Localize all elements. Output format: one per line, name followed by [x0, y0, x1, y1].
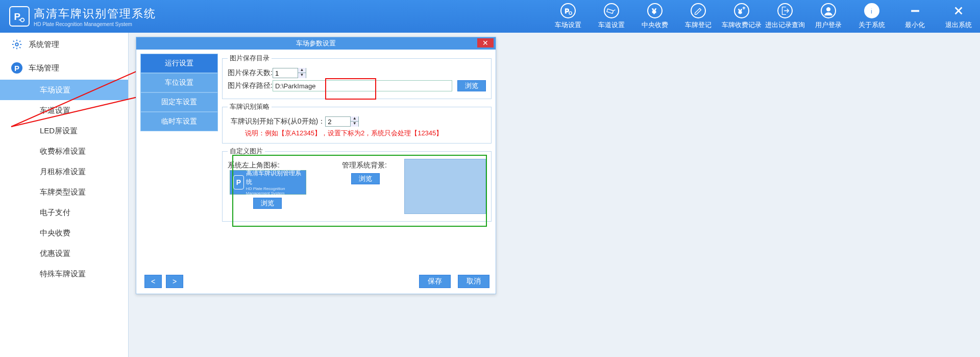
tb-about[interactable]: i 关于系统: [850, 0, 893, 33]
group-custom-images: 自定义图片 系统左上角图标: P 高清车牌识别管理系统 HD Plate Rec…: [222, 147, 492, 222]
svg-point-1: [20, 18, 24, 22]
path-value: D:\ParkImage: [275, 82, 315, 90]
tb-plate-register[interactable]: 车牌登记: [676, 0, 720, 33]
label: 车场设置: [555, 20, 581, 30]
park-icon: P: [560, 3, 576, 18]
tb-fee-record[interactable]: ¥+ 车牌收费记录: [720, 0, 763, 33]
user-icon: [821, 3, 836, 18]
label: 固定车设置: [161, 98, 197, 107]
label: 中央收费: [642, 20, 668, 30]
spin-down-icon[interactable]: ▼: [298, 73, 306, 78]
sidebar-item-lane-settings[interactable]: 车道设置: [0, 100, 128, 121]
tb-central-fee[interactable]: ¥ 中央收费: [633, 0, 676, 33]
idx-description: 说明：例如【京A12345】，设置下标为2，系统只会处理【12345】: [245, 129, 486, 138]
cancel-button[interactable]: 取消: [458, 275, 489, 288]
minimize-icon: [908, 3, 923, 18]
svg-point-10: [15, 43, 18, 46]
label: 车牌收费记录: [722, 20, 762, 30]
exit-icon: [777, 3, 793, 18]
label: 浏览: [359, 174, 372, 183]
label: 车场设置: [40, 85, 70, 95]
idx-value[interactable]: [326, 118, 350, 126]
legend: 图片保存目录: [228, 54, 272, 63]
legend: 自定义图片: [228, 147, 265, 156]
prev-button[interactable]: <: [144, 275, 162, 288]
group-recognition: 车牌识别策略 车牌识别开始下标(从0开始)： ▲▼ 说明：例如【京A12345】…: [222, 102, 492, 144]
tab-fixed-car[interactable]: 固定车设置: [140, 92, 218, 112]
sidebar-item-plate-type[interactable]: 车牌类型设置: [0, 182, 128, 202]
tb-minimize[interactable]: 最小化: [893, 0, 937, 33]
dialog-title-bar: 车场参数设置 ✕: [136, 37, 496, 50]
label: 车道设置: [598, 20, 625, 30]
svg-text:+: +: [742, 6, 745, 11]
app-subtitle: HD Plate Recognition Management System: [34, 21, 156, 27]
svg-text:¥: ¥: [652, 7, 656, 15]
sidebar-item-discount[interactable]: 优惠设置: [0, 243, 128, 264]
logo-preview: P 高清车牌识别管理系统 HD Plate Recognition Manage…: [230, 170, 306, 195]
days-value[interactable]: [273, 69, 298, 77]
days-label: 图片保存天数:: [228, 68, 273, 78]
label: 车位设置: [165, 78, 193, 87]
svg-point-7: [826, 8, 830, 11]
label: 退出系统: [945, 20, 972, 30]
sidebar-sec-system[interactable]: 系统管理: [0, 33, 128, 56]
path-label: 图片保存路径:: [228, 81, 273, 90]
sidebar-item-month-std[interactable]: 月租标准设置: [0, 161, 128, 182]
app-header: P 高清车牌识别管理系统 HD Plate Recognition Manage…: [0, 0, 980, 33]
tab-slot-settings[interactable]: 车位设置: [140, 73, 218, 92]
label: 浏览: [261, 199, 274, 208]
label: 车牌登记: [685, 20, 712, 30]
label: >: [173, 277, 177, 285]
label: 浏览: [465, 81, 478, 90]
sidebar-item-led[interactable]: LED屏设置: [0, 121, 128, 141]
tb-lane-settings[interactable]: 车道设置: [590, 0, 633, 33]
gear-icon: [11, 39, 22, 50]
sidebar-item-central-fee[interactable]: 中央收费: [0, 223, 128, 243]
svg-point-3: [569, 12, 572, 15]
dialog-right-panel: 图片保存目录 图片保存天数: ▲▼ 图片保存路径: D:\ParkImage: [222, 54, 492, 269]
app-logo-icon: P: [9, 6, 30, 27]
sidebar: 系统管理 P 车场管理 车场设置 车道设置 LED屏设置 收费标准设置 月租标准…: [0, 33, 129, 357]
label: 取消: [467, 277, 481, 286]
sidebar-item-special-plate[interactable]: 特殊车牌设置: [0, 264, 128, 284]
dialog-footer: < > 保存 取消: [136, 273, 496, 294]
browse-bg-button[interactable]: 浏览: [351, 173, 380, 184]
sidebar-item-fee-std[interactable]: 收费标准设置: [0, 141, 128, 161]
tb-exit[interactable]: 退出系统: [937, 0, 980, 33]
tb-inout-query[interactable]: 进出记录查询: [763, 0, 806, 33]
save-button[interactable]: 保存: [419, 275, 451, 288]
sidebar-item-park-settings[interactable]: 车场设置: [0, 80, 128, 100]
right-label: 管理系统背景:: [342, 161, 387, 170]
label: 保存: [428, 277, 442, 286]
tb-park-settings[interactable]: P 车场设置: [546, 0, 590, 33]
spin-down-icon[interactable]: ▼: [350, 122, 358, 127]
tab-temp-car[interactable]: 临时车设置: [140, 112, 218, 131]
days-input[interactable]: ▲▼: [273, 68, 306, 78]
yen-plus-icon: ¥+: [734, 3, 749, 18]
label: 运行设置: [165, 59, 193, 68]
sidebar-item-epay[interactable]: 电子支付: [0, 202, 128, 223]
dialog-close-button[interactable]: ✕: [477, 38, 494, 47]
tb-user-login[interactable]: 用户登录: [806, 0, 850, 33]
path-input[interactable]: D:\ParkImage: [273, 80, 452, 91]
dialog-title: 车场参数设置: [296, 39, 336, 48]
browse-path-button[interactable]: 浏览: [457, 80, 486, 91]
next-button[interactable]: >: [166, 275, 183, 288]
yen-icon: ¥: [647, 3, 663, 18]
mini-sub: HD Plate Recognition Management System: [246, 186, 303, 196]
label: 车场管理: [29, 63, 59, 73]
park-settings-dialog: 车场参数设置 ✕ 运行设置 车位设置 固定车设置 临时车设置 图片保存目录: [136, 37, 496, 294]
browse-logo-button[interactable]: 浏览: [253, 198, 282, 209]
label: 关于系统: [859, 20, 885, 30]
tab-run-settings[interactable]: 运行设置: [140, 54, 218, 73]
label: 车道设置: [40, 106, 70, 115]
dialog-tabs: 运行设置 车位设置 固定车设置 临时车设置: [140, 54, 218, 269]
mini-title: 高清车牌识别管理系统: [246, 169, 303, 186]
idx-input[interactable]: ▲▼: [325, 116, 359, 127]
label: 最小化: [905, 20, 925, 30]
label: 用户登录: [815, 20, 842, 30]
app-logo-box: P 高清车牌识别管理系统 HD Plate Recognition Manage…: [0, 6, 156, 27]
group-image-save: 图片保存目录 图片保存天数: ▲▼ 图片保存路径: D:\ParkImage: [222, 54, 492, 99]
sidebar-sec-parking[interactable]: P 车场管理: [0, 56, 128, 80]
label: 中央收费: [40, 228, 70, 238]
